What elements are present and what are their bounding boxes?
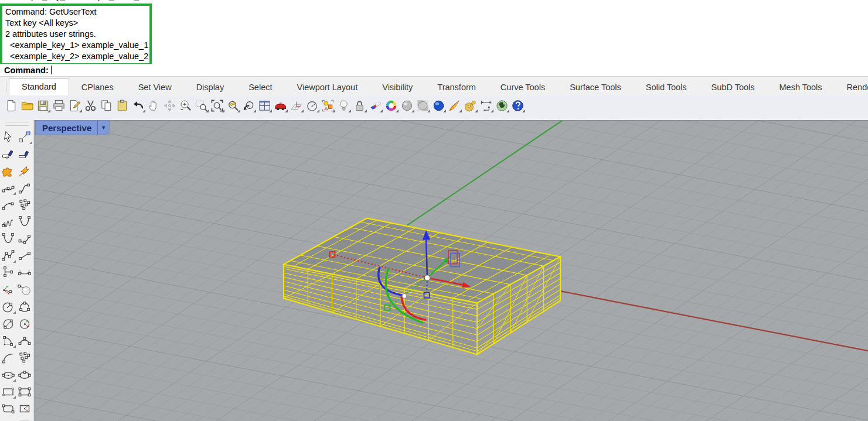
undo-icon[interactable] [130, 97, 146, 114]
tab-set-view[interactable]: Set View [126, 80, 184, 95]
new-file-icon[interactable] [4, 97, 19, 114]
tab-cplanes[interactable]: CPlanes [69, 80, 126, 95]
ghosted-display-icon[interactable] [415, 97, 431, 114]
zoom-dynamic-icon[interactable] [178, 97, 193, 114]
edit-properties-icon[interactable] [67, 97, 83, 114]
line-perpendicular-tool-icon[interactable] [1, 265, 16, 280]
undo-view-change-icon[interactable] [241, 97, 257, 114]
sketch-tool-icon[interactable] [1, 214, 16, 230]
viewport-title: Perspective [42, 123, 97, 133]
open-file-icon[interactable] [19, 97, 35, 114]
arc-3pt-tool-icon[interactable] [17, 333, 32, 348]
text-caret [51, 66, 52, 74]
zoom-selected-icon[interactable] [225, 97, 241, 114]
main-area: Perspective ▼ [0, 120, 868, 421]
curve-through-points-tool-icon[interactable] [17, 214, 32, 230]
render-environment-icon[interactable] [494, 97, 510, 114]
circle-3pt-tool-icon[interactable] [17, 299, 32, 314]
curve-control-point-tool-icon[interactable] [17, 180, 32, 196]
tab-subd-tools[interactable]: SubD Tools [699, 80, 767, 95]
line-tool-icon[interactable] [17, 248, 32, 263]
parabola-tool-icon[interactable] [1, 231, 16, 247]
select-tool-icon[interactable] [1, 129, 16, 145]
viewport-menu-arrow-icon[interactable]: ▼ [97, 121, 109, 135]
ellipse-diameter-tool-icon[interactable] [17, 367, 32, 382]
tab-standard[interactable]: Standard [9, 78, 69, 95]
tab-display[interactable]: Display [184, 80, 237, 95]
paste-icon[interactable] [114, 97, 130, 114]
undelete-tool-icon[interactable] [17, 146, 32, 162]
move-points-tool-icon[interactable] [17, 129, 32, 145]
viewport-scene [34, 121, 868, 421]
command-history-box: Command: GetUserTextText key <All keys>2… [0, 4, 152, 66]
history-line: <example_key_2> example_value_2 [5, 51, 149, 62]
layer-tools-icon[interactable] [367, 97, 383, 114]
tab-viewport-layout[interactable]: Viewport Layout [285, 80, 370, 95]
tab-strip-grip[interactable] [6, 81, 6, 93]
print-icon[interactable] [51, 97, 67, 114]
dimension-icon[interactable] [478, 97, 494, 114]
circle-vertical-tool-icon[interactable] [17, 316, 32, 331]
line-normal-tool-icon[interactable] [1, 282, 16, 297]
tab-render-tools[interactable]: Render Tools [835, 80, 868, 95]
history-line: Command: GetUserText [5, 6, 149, 18]
help-icon[interactable] [510, 97, 526, 114]
rectangle-center-tool-icon[interactable] [17, 401, 32, 416]
save-file-icon[interactable] [35, 97, 51, 114]
tab-mesh-tools[interactable]: Mesh Tools [767, 80, 835, 95]
arc-blend-tool-icon[interactable] [1, 197, 16, 213]
toolbar-tab-strip: StandardCPlanesSet ViewDisplaySelectView… [0, 77, 868, 96]
sidebar-grip[interactable] [5, 122, 29, 126]
arc-continue-tool-icon[interactable] [1, 350, 16, 365]
point-grid-tool-icon[interactable] [17, 197, 32, 213]
perspective-viewport[interactable]: Perspective ▼ [34, 120, 868, 421]
group-tool-icon[interactable] [1, 163, 16, 179]
viewport-layout-icon[interactable] [257, 97, 273, 114]
rectangle-tool-icon[interactable] [1, 384, 16, 399]
options-icon[interactable] [462, 97, 478, 114]
ellipse-center-tool-icon[interactable] [1, 367, 16, 382]
circle-diameter-tool-icon[interactable] [1, 316, 16, 331]
arc-center-tool-icon[interactable] [1, 333, 16, 348]
curve-interpolate-tool-icon[interactable] [1, 180, 16, 196]
pan-icon[interactable] [146, 97, 162, 114]
copy-icon[interactable] [98, 97, 114, 114]
gumball-arc-knot[interactable] [402, 293, 407, 298]
zoom-window-icon[interactable] [193, 97, 209, 114]
gumball-origin-handle[interactable] [424, 275, 430, 280]
viewport-title-tab[interactable]: Perspective ▼ [36, 121, 109, 135]
rotate-view-icon[interactable] [162, 97, 178, 114]
rectangle-3pt-tool-icon[interactable] [17, 384, 32, 399]
explode-tool-icon[interactable] [17, 163, 32, 179]
cut-icon[interactable] [83, 97, 98, 114]
tab-solid-tools[interactable]: Solid Tools [634, 80, 699, 95]
set-radius-icon[interactable] [304, 97, 320, 114]
polygon-inscribed-tool-icon[interactable] [17, 418, 32, 421]
circle-center-radius-tool-icon[interactable] [1, 299, 16, 314]
polygon-tool-icon[interactable] [1, 418, 16, 421]
delete-tool-icon[interactable] [1, 146, 16, 162]
zoom-extents-icon[interactable] [209, 97, 225, 114]
point-cluster-tool-icon[interactable] [17, 350, 32, 365]
polyline-tool-icon[interactable] [1, 248, 16, 263]
tab-curve-tools[interactable]: Curve Tools [488, 80, 557, 95]
lock-objects-icon[interactable] [352, 97, 367, 114]
handle-curve-tool-icon[interactable] [17, 231, 32, 247]
circle-tangent-tool-icon[interactable] [17, 282, 32, 297]
tab-surface-tools[interactable]: Surface Tools [557, 80, 634, 95]
line-tangent-tool-icon[interactable] [17, 265, 32, 280]
color-wheel-icon[interactable] [383, 97, 399, 114]
named-view-car-icon[interactable] [273, 97, 288, 114]
cplane-icon[interactable] [288, 97, 304, 114]
tab-visibility[interactable]: Visibility [370, 80, 425, 95]
selection-filter-icon[interactable] [320, 97, 336, 114]
tab-select[interactable]: Select [236, 80, 284, 95]
tab-transform[interactable]: Transform [425, 80, 488, 95]
history-line: Text key <All keys> [5, 18, 149, 29]
rectangle-rounded-tool-icon[interactable] [1, 401, 16, 416]
shaded-display-icon[interactable] [399, 97, 415, 114]
spotlight-icon[interactable] [447, 97, 462, 114]
hide-objects-icon[interactable] [336, 97, 352, 114]
rendered-display-icon[interactable] [431, 97, 447, 114]
command-prompt[interactable]: Command: [0, 64, 868, 77]
